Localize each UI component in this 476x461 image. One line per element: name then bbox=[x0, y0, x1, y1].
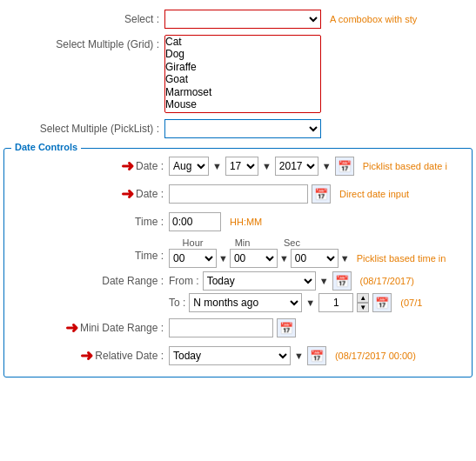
mini-date-range-label: ➜ Mini Date Range : bbox=[8, 320, 169, 336]
date1-sep1: ▼ bbox=[212, 161, 222, 171]
select-multiple-grid-label: Select Multiple (Grid) : bbox=[3, 35, 164, 50]
date2-hint: Direct date input bbox=[339, 189, 409, 199]
time2-control: Hour Min Sec 00 ▼ 00 ▼ 00 ▼ bbox=[169, 237, 468, 268]
date1-hint: Picklist based date i bbox=[363, 161, 447, 171]
relative-date-row: ➜ Relative Date : Today ▼ 📅 (08/17/2017 … bbox=[8, 344, 468, 368]
date-range-from-label: From : bbox=[169, 275, 199, 287]
spinner-down-button[interactable]: ▼ bbox=[357, 303, 369, 312]
time2-sec-select[interactable]: 00 bbox=[291, 249, 339, 268]
date-range-to-row: To : N months ago ▼ ▲ ▼ 📅 (07/1 bbox=[169, 293, 422, 312]
main-container: Select : A combobox with sty Select Mult… bbox=[0, 0, 476, 384]
date1-month-select[interactable]: Aug bbox=[169, 157, 209, 176]
date1-day-select[interactable]: 17 bbox=[225, 157, 258, 176]
option-mouse[interactable]: Mouse bbox=[165, 98, 320, 110]
time2-hour-select[interactable]: 00 bbox=[169, 249, 217, 268]
select-control: A combobox with sty bbox=[164, 10, 473, 29]
date1-row: ➜ Date : Aug ▼ 17 ▼ 2017 ▼ 📅 Picklist ba… bbox=[8, 154, 468, 178]
date1-arrow-icon: ➜ bbox=[121, 158, 134, 174]
time2-sep3: ▼ bbox=[340, 253, 350, 264]
mini-date-range-input[interactable] bbox=[169, 318, 273, 337]
date1-sep3: ▼ bbox=[322, 161, 332, 171]
relative-date-calendar[interactable]: 📅 bbox=[307, 346, 326, 365]
select-label: Select : bbox=[3, 13, 164, 25]
date2-control: 📅 Direct date input bbox=[169, 184, 468, 204]
from-sep: ▼ bbox=[319, 276, 329, 286]
select-combobox[interactable] bbox=[164, 10, 321, 29]
date-controls-section: Date Controls ➜ Date : Aug ▼ 17 ▼ 2017 ▼ bbox=[3, 148, 473, 377]
relative-date-hint: (08/17/2017 00:00) bbox=[335, 351, 416, 361]
time2-selects: 00 ▼ 00 ▼ 00 ▼ Picklist based time in bbox=[169, 249, 446, 268]
date-range-control: From : Today ▼ 📅 (08/17/2017) To : N mon… bbox=[169, 271, 468, 312]
mini-date-range-arrow-icon: ➜ bbox=[65, 320, 78, 336]
date-range-to-hint: (07/1 bbox=[400, 297, 422, 308]
date-range-to-select[interactable]: N months ago bbox=[189, 293, 302, 312]
time2-sep1: ▼ bbox=[218, 253, 228, 264]
mini-date-range-control: 📅 bbox=[169, 318, 468, 337]
date1-calendar-button[interactable]: 📅 bbox=[335, 157, 354, 176]
time1-row: Time : HH:MM bbox=[8, 210, 468, 234]
date1-label: ➜ Date : bbox=[8, 158, 169, 174]
date2-arrow-icon: ➜ bbox=[121, 186, 134, 202]
time2-min-select[interactable]: 00 bbox=[230, 249, 278, 268]
select-multiple-picklist-row: Select Multiple (PickList) : bbox=[3, 117, 473, 141]
option-dog[interactable]: Dog bbox=[165, 48, 320, 60]
select-hint: A combobox with sty bbox=[330, 14, 417, 24]
date1-sep2: ▼ bbox=[262, 161, 272, 171]
date-range-row: Date Range : From : Today ▼ 📅 (08/17/201… bbox=[8, 271, 468, 312]
date1-year-select[interactable]: 2017 bbox=[275, 157, 318, 176]
option-goat[interactable]: Goat bbox=[165, 73, 320, 85]
date-range-from-row: From : Today ▼ 📅 (08/17/2017) bbox=[169, 271, 414, 291]
option-cat[interactable]: Cat bbox=[165, 36, 320, 48]
relative-date-arrow-icon: ➜ bbox=[80, 348, 93, 364]
option-giraffe[interactable]: Giraffe bbox=[165, 61, 320, 73]
select-multiple-grid-control: Cat Dog Giraffe Goat Marmoset Mouse bbox=[164, 35, 473, 113]
time1-label: Time : bbox=[8, 216, 169, 228]
date-range-from-hint: (08/17/2017) bbox=[360, 276, 414, 286]
spinner-up-button[interactable]: ▲ bbox=[357, 293, 369, 303]
date2-label: ➜ Date : bbox=[8, 186, 169, 202]
select-multiple-picklist-control bbox=[164, 119, 473, 138]
select-grid-listbox[interactable]: Cat Dog Giraffe Goat Marmoset Mouse bbox=[164, 35, 321, 113]
date-range-from-calendar[interactable]: 📅 bbox=[332, 271, 352, 291]
time2-sec-header: Sec bbox=[268, 237, 316, 248]
mini-date-range-row: ➜ Mini Date Range : 📅 bbox=[8, 316, 468, 340]
date-range-to-label: To : bbox=[169, 297, 185, 309]
date-range-label: Date Range : bbox=[8, 271, 169, 287]
to-sep: ▼ bbox=[305, 297, 315, 308]
mini-date-range-calendar[interactable]: 📅 bbox=[277, 318, 296, 337]
select-multiple-grid-row: Select Multiple (Grid) : Cat Dog Giraffe… bbox=[3, 35, 473, 113]
date-range-spinner-input[interactable] bbox=[318, 293, 353, 312]
date2-input[interactable] bbox=[169, 184, 308, 204]
date2-calendar-button[interactable]: 📅 bbox=[312, 184, 331, 204]
date-range-from-select[interactable]: Today bbox=[203, 271, 316, 291]
time2-label: Time : bbox=[8, 237, 169, 262]
option-marmoset[interactable]: Marmoset bbox=[165, 86, 320, 98]
time1-control: HH:MM bbox=[169, 212, 468, 231]
time2-sep2: ▼ bbox=[279, 253, 289, 264]
time2-hour-header: Hour bbox=[169, 237, 217, 248]
date1-control: Aug ▼ 17 ▼ 2017 ▼ 📅 Picklist based date … bbox=[169, 157, 468, 176]
date-controls-label: Date Controls bbox=[11, 142, 81, 152]
date-range-spinner-buttons: ▲ ▼ bbox=[357, 293, 369, 312]
select-row: Select : A combobox with sty bbox=[3, 7, 473, 31]
select-multiple-picklist-label: Select Multiple (PickList) : bbox=[3, 123, 164, 135]
relative-sep: ▼ bbox=[294, 351, 304, 361]
time2-hint: Picklist based time in bbox=[357, 253, 446, 264]
date-range-to-calendar[interactable]: 📅 bbox=[372, 293, 392, 312]
relative-date-label: ➜ Relative Date : bbox=[8, 348, 169, 364]
time1-hint: HH:MM bbox=[230, 217, 262, 227]
time2-min-header: Min bbox=[218, 237, 266, 248]
relative-date-control: Today ▼ 📅 (08/17/2017 00:00) bbox=[169, 346, 468, 365]
time1-input[interactable] bbox=[169, 212, 221, 231]
date2-row: ➜ Date : 📅 Direct date input bbox=[8, 182, 468, 206]
select-picklist-combobox[interactable] bbox=[164, 119, 321, 138]
relative-date-select[interactable]: Today bbox=[169, 346, 291, 365]
time2-header: Hour Min Sec bbox=[169, 237, 316, 248]
time2-row: Time : Hour Min Sec 00 ▼ 00 ▼ bbox=[8, 237, 468, 268]
